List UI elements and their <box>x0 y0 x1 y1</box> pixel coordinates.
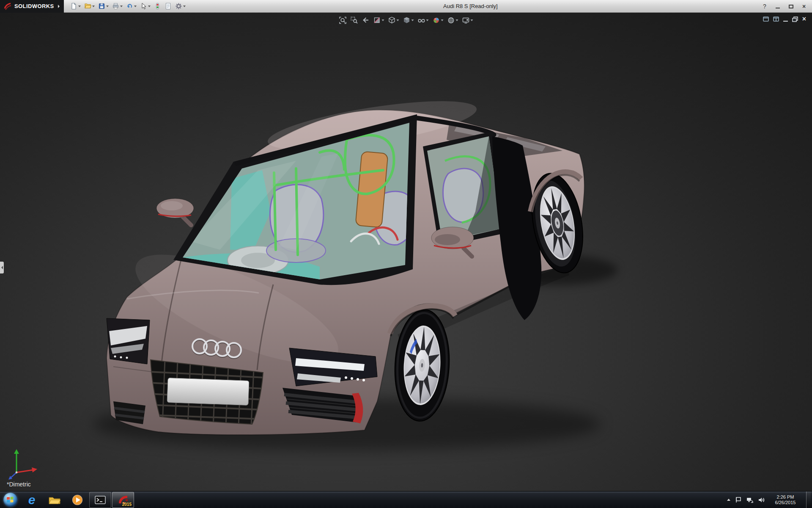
zoom-to-fit-button[interactable] <box>338 15 348 25</box>
folder-icon <box>49 495 60 505</box>
display-style-button[interactable] <box>402 15 415 25</box>
apply-scene-icon <box>447 17 455 24</box>
desktop-screen: SOLIDWORKS <box>0 0 812 508</box>
section-view-icon <box>373 17 381 24</box>
restore-icon <box>792 17 798 22</box>
media-player-icon <box>72 494 83 505</box>
view-settings-button[interactable] <box>461 15 475 25</box>
headlight-left[interactable] <box>107 318 150 364</box>
tray-action-center-icon[interactable] <box>735 497 742 503</box>
minimize-button[interactable] <box>772 2 783 11</box>
save-icon <box>98 3 105 10</box>
taskbar-command-prompt[interactable] <box>89 492 111 508</box>
reference-triad <box>5 446 41 482</box>
logo-caret-icon[interactable] <box>58 5 60 8</box>
clock-date: 6/26/2015 <box>775 500 796 505</box>
window-panes-icon <box>773 17 779 22</box>
previous-view-button[interactable] <box>361 15 371 25</box>
start-button[interactable] <box>0 491 20 508</box>
clock-time: 2:26 PM <box>777 494 794 500</box>
window-pane-icon <box>763 17 769 22</box>
window-title: Audi R8 S [Read-only] <box>443 0 498 13</box>
internet-explorer-icon: e <box>28 494 36 506</box>
select-cursor-icon <box>140 3 147 10</box>
file-properties-button[interactable] <box>163 1 173 12</box>
view-settings-icon <box>462 17 470 24</box>
rebuild-icon <box>154 3 161 10</box>
zoom-to-fit-icon <box>339 17 347 24</box>
windows-orb-icon <box>3 493 17 507</box>
view-orientation-icon <box>388 17 396 24</box>
taskbar-solidworks[interactable]: 2015 <box>112 492 134 508</box>
tray-volume-icon[interactable] <box>758 497 765 503</box>
doc-close-button[interactable]: × <box>802 15 806 23</box>
solidworks-logo-text: SOLIDWORKS <box>14 3 54 9</box>
file-properties-icon <box>165 3 172 10</box>
edit-appearance-icon <box>433 17 440 24</box>
rebuild-button[interactable] <box>153 1 162 12</box>
command-prompt-icon <box>95 496 106 504</box>
hide-show-items-button[interactable] <box>417 15 430 25</box>
system-tray: 2:26 PM 6/26/2015 <box>727 491 812 508</box>
car-model-render[interactable] <box>0 13 812 491</box>
main-toolbar <box>69 1 187 12</box>
taskbar: e 2015 2:26 PM 6/26/2015 <box>0 491 812 508</box>
window-pane-button[interactable] <box>763 17 769 22</box>
maximize-icon <box>789 5 793 8</box>
doc-minimize-button[interactable] <box>783 17 788 22</box>
save-button[interactable] <box>97 1 110 12</box>
view-orientation-label: *Dimetric <box>7 481 31 488</box>
license-plate <box>167 378 249 406</box>
close-button[interactable]: × <box>798 2 809 11</box>
display-style-icon <box>403 17 411 24</box>
window-controls: ? × <box>759 0 809 13</box>
side-mirror-left[interactable] <box>156 199 194 225</box>
graphics-viewport[interactable]: × *Dimetric <box>0 13 812 491</box>
open-icon <box>84 3 91 10</box>
tray-chevron-icon[interactable] <box>727 499 730 501</box>
open-button[interactable] <box>83 1 96 12</box>
titlebar: SOLIDWORKS <box>0 0 812 13</box>
help-button[interactable]: ? <box>759 2 770 11</box>
taskbar-internet-explorer[interactable]: e <box>21 492 43 508</box>
print-icon <box>112 3 119 10</box>
show-desktop-button[interactable] <box>806 491 811 508</box>
taskbar-clock[interactable]: 2:26 PM 6/26/2015 <box>769 494 801 505</box>
panel-collapse-arrow[interactable] <box>0 262 4 273</box>
window-panes-button[interactable] <box>773 17 779 22</box>
taskbar-file-explorer[interactable] <box>44 492 66 508</box>
taskbar-media-player[interactable] <box>66 492 88 508</box>
apply-scene-button[interactable] <box>446 15 460 25</box>
chevron-left-icon <box>1 266 3 269</box>
options-icon <box>175 3 182 10</box>
maximize-button[interactable] <box>785 2 796 11</box>
options-button[interactable] <box>174 1 187 12</box>
new-document-icon <box>70 3 77 10</box>
tray-network-icon[interactable] <box>746 497 753 503</box>
section-view-button[interactable] <box>372 15 386 25</box>
zoom-to-area-icon <box>351 17 358 24</box>
edit-appearance-button[interactable] <box>431 15 445 25</box>
document-window-controls: × <box>763 15 806 23</box>
solidworks-year-badge: 2015 <box>122 502 132 507</box>
solidworks-logo-icon <box>3 2 12 11</box>
minimize-icon <box>776 8 780 8</box>
zoom-to-area-button[interactable] <box>349 15 359 25</box>
hide-show-items-icon <box>418 17 425 24</box>
undo-button[interactable] <box>125 1 138 12</box>
previous-view-icon <box>362 17 370 24</box>
select-button[interactable] <box>139 1 152 12</box>
minimize-icon <box>783 21 788 22</box>
heads-up-view-toolbar <box>338 15 475 25</box>
new-button[interactable] <box>69 1 82 12</box>
view-orientation-button[interactable] <box>387 15 401 25</box>
doc-restore-button[interactable] <box>792 17 798 22</box>
solidworks-logo[interactable]: SOLIDWORKS <box>0 0 64 13</box>
undo-icon <box>126 3 133 10</box>
print-button[interactable] <box>111 1 124 12</box>
